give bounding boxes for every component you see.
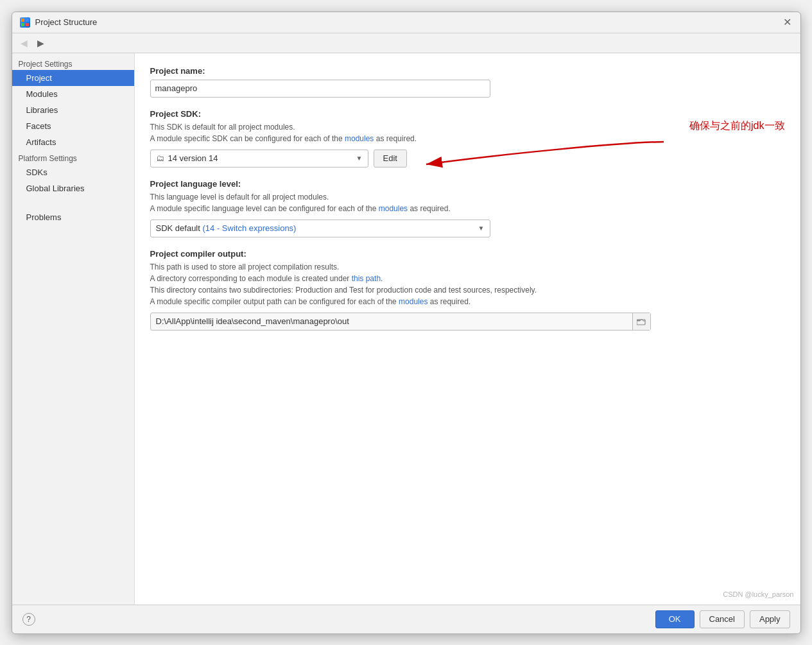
sidebar-item-modules[interactable]: Modules — [12, 86, 134, 102]
project-name-input[interactable] — [150, 80, 490, 98]
sidebar-item-artifacts[interactable]: Artifacts — [12, 134, 134, 150]
sdk-edit-button[interactable]: Edit — [374, 150, 407, 168]
project-name-label: Project name: — [150, 66, 785, 76]
language-desc-line1: This language level is default for all p… — [150, 191, 785, 203]
content-area: Project Settings Project Modules Librari… — [12, 53, 800, 605]
project-language-label: Project language level: — [150, 179, 785, 189]
chinese-annotation: 确保与之前的jdk一致 — [689, 119, 784, 133]
svg-rect-0 — [21, 19, 24, 22]
compiler-desc-line1: This path is used to store all project c… — [150, 261, 785, 273]
svg-rect-3 — [26, 23, 29, 26]
language-desc-line2: A module specific language level can be … — [150, 203, 785, 214]
compiler-output-browse-button[interactable] — [632, 313, 650, 330]
watermark: CSDN @lucky_parson — [723, 590, 793, 598]
main-panel: Project name: Project SDK: This SDK is d… — [135, 53, 800, 605]
sdk-folder-icon: 🗂 — [156, 153, 164, 163]
cancel-button[interactable]: Cancel — [700, 610, 745, 628]
sidebar-item-libraries[interactable]: Libraries — [12, 102, 134, 118]
sidebar: Project Settings Project Modules Librari… — [12, 53, 135, 605]
sdk-row: 🗂 14 version 14 ▼ Edit — [150, 150, 785, 168]
project-settings-label: Project Settings — [12, 56, 134, 70]
sdk-dropdown[interactable]: 🗂 14 version 14 ▼ — [150, 150, 368, 168]
compiler-output-row: D:\AllApp\intellij idea\second_maven\man… — [150, 313, 651, 331]
bottom-bar: ? OK Cancel Apply — [12, 605, 800, 633]
svg-rect-2 — [21, 23, 24, 26]
ok-button[interactable]: OK — [655, 610, 695, 628]
language-dropdown[interactable]: SDK default (14 - Switch expressions) ▼ — [150, 219, 490, 237]
bottom-right-buttons: OK Cancel Apply — [655, 610, 790, 628]
title-bar: Project Structure ✕ — [12, 12, 800, 33]
svg-rect-1 — [26, 19, 29, 22]
apply-button[interactable]: Apply — [750, 610, 790, 628]
sidebar-item-problems[interactable]: Problems — [12, 209, 134, 225]
dialog-title: Project Structure — [35, 17, 98, 27]
forward-button[interactable]: ▶ — [34, 36, 48, 50]
sdk-dropdown-arrow-icon: ▼ — [356, 155, 363, 162]
sdk-value: 14 version 14 — [168, 153, 356, 163]
platform-settings-label: Platform Settings — [12, 150, 134, 164]
language-value: SDK default (14 - Switch expressions) — [156, 223, 478, 233]
compiler-desc-line2: A directory corresponding to each module… — [150, 273, 785, 284]
sidebar-item-facets[interactable]: Facets — [12, 118, 134, 134]
project-structure-dialog: Project Structure ✕ ◀ ▶ Project Settings… — [12, 12, 801, 634]
compiler-output-path: D:\AllApp\intellij idea\second_maven\man… — [151, 316, 632, 326]
sidebar-item-project[interactable]: Project — [12, 70, 134, 86]
sdk-desc-line2: A module specific SDK can be configured … — [150, 133, 785, 144]
language-dropdown-arrow-icon: ▼ — [478, 225, 485, 232]
compiler-output-label: Project compiler output: — [150, 249, 785, 259]
compiler-desc-line3: This directory contains two subdirectori… — [150, 284, 785, 296]
compiler-desc-line4: A module specific compiler output path c… — [150, 296, 785, 307]
sidebar-item-global-libraries[interactable]: Global Libraries — [12, 180, 134, 196]
nav-bar: ◀ ▶ — [12, 33, 800, 53]
back-button[interactable]: ◀ — [17, 36, 31, 50]
help-button[interactable]: ? — [22, 613, 35, 626]
close-button[interactable]: ✕ — [782, 17, 793, 28]
dialog-icon — [20, 17, 30, 28]
svg-rect-6 — [637, 320, 641, 321]
sidebar-item-sdks[interactable]: SDKs — [12, 164, 134, 180]
title-bar-left: Project Structure — [20, 17, 98, 28]
project-sdk-label: Project SDK: — [150, 109, 785, 119]
